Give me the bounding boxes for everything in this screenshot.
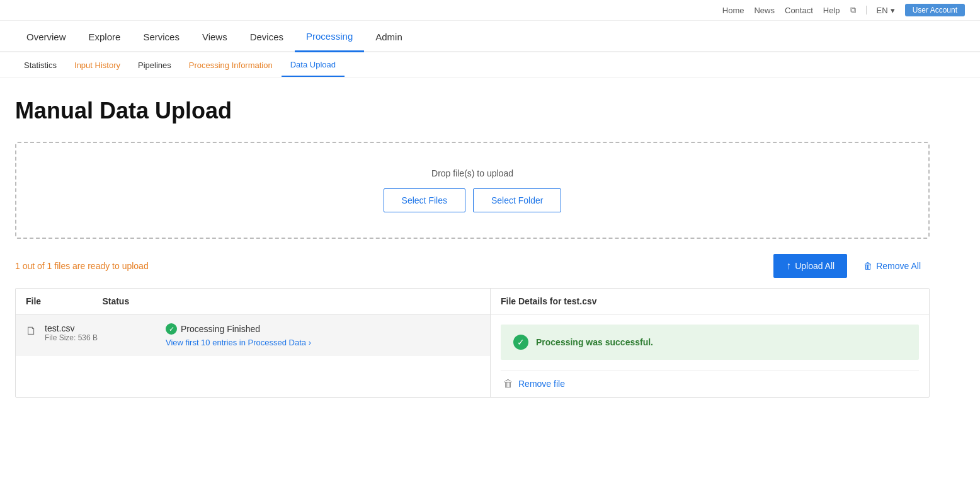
file-icon: 🗋 <box>26 325 37 338</box>
upload-all-label: Upload All <box>795 261 835 271</box>
top-bar: Home News Contact Help ⧉ EN ▾ User Accou… <box>0 0 980 21</box>
window-icon[interactable]: ⧉ <box>850 5 856 15</box>
nav-admin[interactable]: Admin <box>364 21 414 51</box>
status-finished: ✓ Processing Finished <box>166 323 480 335</box>
status-check-icon: ✓ <box>166 323 177 335</box>
success-message: Processing was successful. <box>536 337 653 347</box>
subnav-input-history[interactable]: Input History <box>66 53 129 76</box>
contact-link[interactable]: Contact <box>785 6 813 15</box>
lang-expand-icon: ▾ <box>891 6 895 15</box>
main-nav: Overview Explore Services Views Devices … <box>0 21 980 52</box>
success-check-icon: ✓ <box>513 335 528 350</box>
file-info: test.csv File Size: 536 B <box>45 323 158 342</box>
remove-all-button[interactable]: 🗑 Remove All <box>855 255 930 277</box>
status-bar: 1 out of 1 files are ready to upload ↑ U… <box>15 254 930 278</box>
nav-processing[interactable]: Processing <box>295 21 364 52</box>
remove-file-label: Remove file <box>518 379 565 389</box>
lang-label: EN <box>877 6 888 15</box>
select-folder-button[interactable]: Select Folder <box>473 188 561 212</box>
upload-all-button[interactable]: ↑ Upload All <box>773 254 847 278</box>
file-col-header: File Status <box>16 289 490 314</box>
file-status: ✓ Processing Finished View first 10 entr… <box>166 323 480 347</box>
subnav-pipelines[interactable]: Pipelines <box>129 53 180 76</box>
remove-file-button[interactable]: 🗑 Remove file <box>491 371 578 397</box>
nav-explore[interactable]: Explore <box>77 21 132 51</box>
remove-file-trash-icon: 🗑 <box>503 378 513 389</box>
nav-devices[interactable]: Devices <box>239 21 295 51</box>
nav-services[interactable]: Services <box>132 21 191 51</box>
nav-overview[interactable]: Overview <box>15 21 77 51</box>
file-name: test.csv <box>45 323 158 333</box>
remove-all-trash-icon: 🗑 <box>863 261 872 271</box>
help-link[interactable]: Help <box>823 6 840 15</box>
table-row: 🗋 test.csv File Size: 536 B ✓ Processing… <box>16 314 490 356</box>
user-info[interactable]: User Account <box>905 4 965 16</box>
view-processed-data-link[interactable]: View first 10 entries in Processed Data … <box>166 338 311 347</box>
page-title: Manual Data Upload <box>15 98 930 124</box>
remove-all-label: Remove All <box>876 261 921 271</box>
subnav-processing-information[interactable]: Processing Information <box>180 53 282 76</box>
nav-views[interactable]: Views <box>191 21 239 51</box>
drop-zone-buttons: Select Files Select Folder <box>29 188 916 212</box>
divider <box>866 6 867 14</box>
file-table: File Status 🗋 test.csv File Size: 536 B … <box>15 288 930 398</box>
subnav-statistics[interactable]: Statistics <box>15 53 66 76</box>
page-content: Manual Data Upload Drop file(s) to uploa… <box>0 78 945 413</box>
file-details-panel: File Details for test.csv ✓ Processing w… <box>491 289 929 397</box>
subnav-data-upload[interactable]: Data Upload <box>282 52 345 77</box>
action-buttons: ↑ Upload All 🗑 Remove All <box>773 254 930 278</box>
upload-icon: ↑ <box>786 260 791 272</box>
file-details-header: File Details for test.csv <box>491 289 929 314</box>
files-ready-status: 1 out of 1 files are ready to upload <box>15 261 149 271</box>
processing-finished-label: Processing Finished <box>181 324 260 334</box>
success-banner: ✓ Processing was successful. <box>501 325 919 360</box>
drop-zone[interactable]: Drop file(s) to upload Select Files Sele… <box>15 142 930 239</box>
select-files-button[interactable]: Select Files <box>384 188 465 212</box>
home-link[interactable]: Home <box>722 6 744 15</box>
file-size: File Size: 536 B <box>45 333 158 342</box>
news-link[interactable]: News <box>754 6 775 15</box>
lang-selector[interactable]: EN ▾ <box>877 6 895 15</box>
file-list-panel: File Status 🗋 test.csv File Size: 536 B … <box>16 289 491 397</box>
sub-nav: Statistics Input History Pipelines Proce… <box>0 52 980 78</box>
drop-text: Drop file(s) to upload <box>29 168 916 178</box>
